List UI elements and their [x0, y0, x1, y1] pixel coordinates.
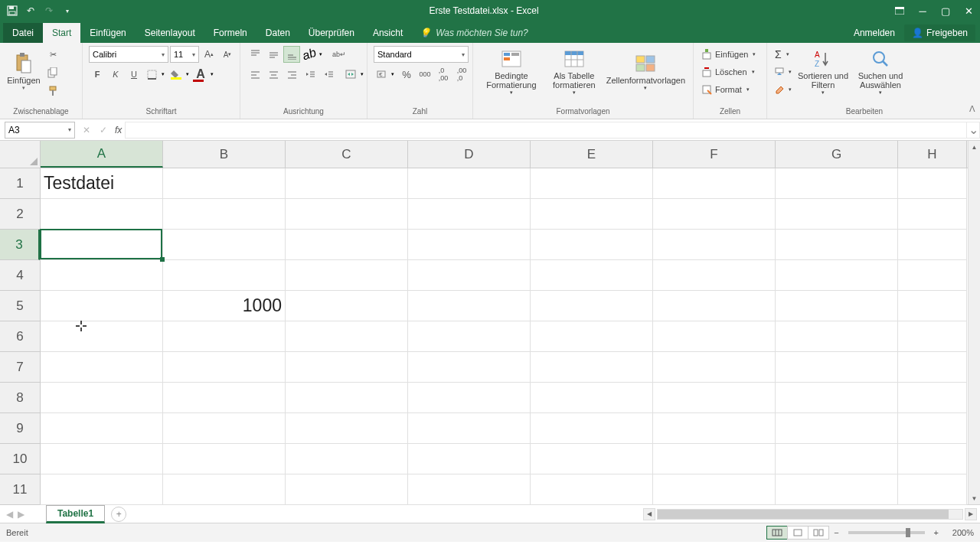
cell[interactable] [653, 444, 776, 474]
merge-button[interactable]: ▾ [343, 66, 366, 83]
column-header[interactable]: E [531, 141, 653, 168]
delete-cells-button[interactable]: Löschen▾ [700, 64, 757, 80]
add-sheet-button[interactable]: + [111, 507, 126, 522]
column-header[interactable]: F [653, 141, 776, 168]
undo-icon[interactable]: ↶ [24, 5, 37, 17]
column-header[interactable]: G [776, 141, 898, 168]
tell-me-search[interactable]: 💡 Was möchten Sie tun? [412, 23, 536, 43]
italic-button[interactable]: K [107, 66, 124, 83]
cell[interactable] [653, 413, 776, 444]
fill-button[interactable]: ▾ [773, 64, 793, 80]
cell[interactable] [163, 474, 286, 505]
column-header[interactable]: H [898, 141, 967, 168]
font-size-combo[interactable]: 11▾ [170, 46, 199, 63]
close-icon[interactable]: ✕ [957, 0, 980, 21]
select-all-corner[interactable] [0, 141, 41, 168]
cell[interactable] [41, 474, 163, 505]
sheet-tab[interactable]: Tabelle1 [46, 505, 105, 523]
page-layout-view-button[interactable] [787, 526, 808, 540]
redo-icon[interactable]: ↷ [43, 5, 55, 17]
autosum-button[interactable]: Σ▾ [773, 46, 793, 63]
format-as-table-button[interactable]: Als Tabelle formatieren▾ [547, 46, 602, 98]
cell[interactable] [653, 230, 776, 260]
tab-file[interactable]: Datei [3, 23, 43, 43]
cell[interactable] [41, 444, 163, 474]
cell[interactable] [898, 199, 967, 230]
underline-button[interactable]: U [126, 66, 142, 83]
cell[interactable] [408, 230, 531, 260]
sign-in-link[interactable]: Anmelden [846, 23, 903, 43]
collapse-ribbon-icon[interactable]: ᐱ [969, 104, 975, 114]
row-header[interactable]: 2 [0, 199, 40, 230]
cell[interactable] [531, 199, 653, 230]
row-header[interactable]: 4 [0, 260, 40, 291]
row-header[interactable]: 1 [0, 168, 40, 199]
cell[interactable] [531, 413, 653, 444]
decrease-indent-button[interactable] [302, 66, 318, 83]
sheet-next-icon[interactable]: ▶ [18, 509, 24, 520]
cell[interactable] [41, 321, 163, 352]
fx-icon[interactable]: fx [115, 125, 122, 135]
scroll-down-icon[interactable]: ▼ [969, 492, 980, 504]
cell[interactable] [408, 291, 531, 321]
insert-cells-button[interactable]: Einfügen▾ [700, 46, 757, 63]
cell[interactable] [898, 352, 967, 383]
bold-button[interactable]: F [89, 66, 106, 83]
zoom-thumb[interactable] [906, 528, 910, 537]
cell[interactable] [408, 474, 531, 505]
cell[interactable] [286, 474, 408, 505]
expand-formula-icon[interactable]: ⌄ [966, 122, 980, 139]
cell[interactable] [653, 383, 776, 413]
cell[interactable] [41, 383, 163, 413]
cell[interactable] [531, 352, 653, 383]
cell[interactable] [653, 260, 776, 291]
tab-formulas[interactable]: Formeln [204, 23, 256, 43]
tab-view[interactable]: Ansicht [364, 23, 412, 43]
cell[interactable]: Testdatei [41, 168, 163, 199]
column-header[interactable]: A [41, 141, 163, 168]
minimize-icon[interactable]: ─ [911, 0, 934, 21]
qat-customize-icon[interactable]: ▾ [61, 5, 74, 17]
maximize-icon[interactable]: ▢ [934, 0, 957, 21]
cell[interactable] [531, 444, 653, 474]
cell[interactable] [898, 383, 967, 413]
cell[interactable] [41, 230, 163, 260]
align-bottom-button[interactable] [283, 46, 300, 63]
sort-filter-button[interactable]: AZ Sortieren und Filtern▾ [796, 46, 850, 98]
cell[interactable] [531, 474, 653, 505]
cell[interactable] [286, 291, 408, 321]
cell[interactable] [163, 413, 286, 444]
save-icon[interactable] [6, 5, 18, 17]
increase-indent-button[interactable] [320, 66, 337, 83]
cell[interactable] [163, 199, 286, 230]
scroll-track[interactable] [969, 153, 980, 492]
align-middle-button[interactable] [265, 46, 282, 63]
column-header[interactable]: D [408, 141, 531, 168]
column-header[interactable]: C [286, 141, 408, 168]
number-format-combo[interactable]: Standard▾ [374, 46, 469, 63]
cell[interactable] [41, 260, 163, 291]
format-painter-button[interactable] [44, 83, 61, 99]
cell[interactable] [163, 230, 286, 260]
percent-button[interactable]: % [398, 66, 415, 83]
normal-view-button[interactable] [766, 526, 788, 540]
cell[interactable] [286, 199, 408, 230]
cut-button[interactable]: ✂ [44, 46, 61, 63]
tab-start[interactable]: Start [43, 23, 80, 43]
zoom-slider[interactable] [848, 531, 925, 534]
cell[interactable] [286, 321, 408, 352]
cell[interactable] [531, 383, 653, 413]
name-box[interactable]: A3▾ [5, 122, 75, 139]
cell[interactable] [163, 383, 286, 413]
vertical-scrollbar[interactable]: ▲ ▼ [968, 141, 980, 504]
copy-button[interactable] [44, 64, 61, 81]
cell[interactable] [776, 199, 898, 230]
cell[interactable] [286, 352, 408, 383]
font-name-combo[interactable]: Calibri▾ [89, 46, 168, 63]
align-top-button[interactable] [247, 46, 263, 63]
conditional-formatting-button[interactable]: Bedingte Formatierung▾ [479, 46, 544, 98]
cell[interactable] [776, 321, 898, 352]
decrease-decimal-button[interactable]: ,00,0 [453, 66, 470, 83]
share-button[interactable]: 👤 Freigeben [904, 24, 975, 41]
cell[interactable] [653, 352, 776, 383]
